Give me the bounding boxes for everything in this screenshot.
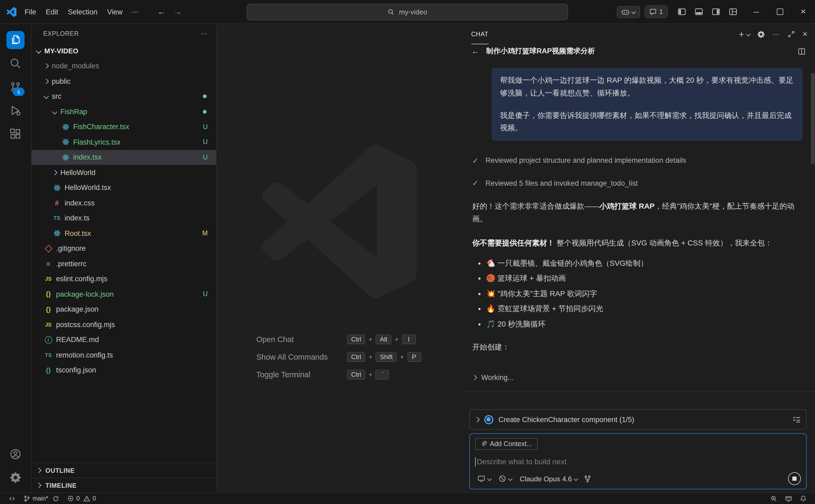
tree-item-public[interactable]: public bbox=[31, 74, 216, 89]
tree-item-gitignore[interactable]: .gitignore bbox=[31, 241, 216, 256]
problems-status[interactable]: 0 0 bbox=[64, 493, 99, 504]
menu-selection[interactable]: Selection bbox=[63, 5, 102, 18]
tree-item-index-tsx-selected[interactable]: index.tsx U bbox=[31, 150, 216, 165]
bullet-item: 🏀 篮球运球 + 暴扣动画 bbox=[486, 272, 802, 285]
tree-root[interactable]: MY-VIDEO bbox=[31, 43, 216, 58]
mode-picker[interactable] bbox=[475, 474, 493, 483]
menu-view[interactable]: View bbox=[102, 5, 127, 18]
text-cursor bbox=[475, 457, 476, 466]
todo-list-header[interactable]: Create ChickenCharacter component (1/5) bbox=[469, 409, 806, 430]
screen-icon bbox=[785, 495, 792, 502]
activity-search[interactable] bbox=[4, 52, 27, 75]
account-icon[interactable] bbox=[4, 442, 27, 466]
minimize-button[interactable]: ─ bbox=[745, 0, 768, 23]
activity-extensions[interactable] bbox=[4, 122, 27, 146]
tree-item-index-css[interactable]: # index.css bbox=[31, 195, 216, 211]
tree-item-root-tsx[interactable]: Root.tsx M bbox=[31, 226, 216, 241]
maximize-panel-icon[interactable] bbox=[788, 30, 795, 38]
menu-edit[interactable]: Edit bbox=[41, 5, 63, 18]
vscode-window: File Edit Selection View ⋯ ← → my-video bbox=[0, 0, 815, 504]
agent-mode-icon bbox=[477, 475, 485, 482]
remote-icon bbox=[9, 495, 15, 502]
javascript-file-icon: JS bbox=[44, 275, 52, 283]
tree-item-fishcharacter[interactable]: FishCharacter.tsx U bbox=[31, 119, 216, 134]
remote-indicator[interactable] bbox=[5, 493, 19, 504]
chat-conversation[interactable]: 帮我做一个小鸡一边打篮球一边 RAP 的爆款视频，大概 20 秒，要求有视觉冲击… bbox=[461, 60, 815, 406]
chat-more-actions-icon[interactable]: ⋯ bbox=[773, 30, 780, 38]
close-window-button[interactable]: × bbox=[792, 0, 815, 23]
tree-item-tsconfig[interactable]: {} tsconfig.json bbox=[31, 363, 216, 378]
mcp-servers-icon[interactable] bbox=[583, 475, 591, 483]
notifications-status[interactable] bbox=[796, 493, 810, 504]
assistant-message: 你不需要提供任何素材！ 整个视频用代码生成（SVG 动画角色 + CSS 特效）… bbox=[472, 237, 802, 249]
warning-icon bbox=[84, 495, 90, 502]
nav-forward-icon[interactable]: → bbox=[173, 7, 182, 17]
activity-run-debug[interactable] bbox=[4, 99, 27, 122]
toggle-secondary-sidebar-icon[interactable] bbox=[711, 7, 720, 16]
stop-generation-button[interactable] bbox=[788, 472, 801, 485]
menu-more-icon[interactable]: ⋯ bbox=[127, 8, 143, 16]
tree-item-flashlyrics[interactable]: FlashLyrics.tsx U bbox=[31, 134, 216, 150]
activity-source-control[interactable]: 5 bbox=[4, 75, 27, 99]
toggle-primary-sidebar-icon[interactable] bbox=[677, 7, 686, 16]
react-file-icon bbox=[53, 229, 61, 237]
tree-item-node-modules[interactable]: node_modules bbox=[31, 58, 216, 74]
tree-item-prettierrc[interactable]: ≡ .prettierrc bbox=[31, 256, 216, 271]
model-picker[interactable]: Claude Opus 4.6 bbox=[518, 474, 580, 484]
tree-item-helloworld-tsx[interactable]: HelloWorld.tsx bbox=[31, 180, 216, 195]
chat-input-box[interactable]: Add Context... Describe what to build ne… bbox=[469, 433, 806, 489]
nav-back-icon[interactable]: ← bbox=[157, 7, 166, 17]
sync-changes-icon bbox=[53, 495, 60, 502]
tree-item-readme[interactable]: i README.md bbox=[31, 332, 216, 347]
new-chat-button[interactable]: + bbox=[739, 30, 750, 39]
shortcut-label: Open Chat bbox=[256, 335, 328, 344]
settings-gear-icon[interactable] bbox=[4, 466, 27, 489]
tree-item-index-ts[interactable]: TS index.ts bbox=[31, 211, 216, 226]
tree-item-fishrap[interactable]: FishRap bbox=[31, 104, 216, 119]
close-panel-icon[interactable]: × bbox=[802, 30, 808, 38]
branch-icon bbox=[23, 495, 30, 502]
agent-step[interactable]: ✓ Reviewed project structure and planned… bbox=[472, 155, 802, 167]
timeline-section[interactable]: TIMELINE bbox=[31, 478, 216, 493]
tools-picker[interactable] bbox=[497, 474, 514, 483]
tree-item-helloworld-folder[interactable]: HelloWorld bbox=[31, 165, 216, 180]
tree-item-src[interactable]: src bbox=[31, 89, 216, 104]
menu-file[interactable]: File bbox=[20, 5, 41, 18]
chat-panel-tab[interactable]: CHAT bbox=[471, 24, 489, 44]
pr-badge[interactable]: 1 bbox=[644, 5, 668, 18]
react-file-icon bbox=[53, 184, 61, 192]
error-icon bbox=[68, 495, 74, 502]
tree-item-package-json[interactable]: {} package.json bbox=[31, 302, 216, 317]
zoom-status[interactable] bbox=[767, 493, 780, 504]
chevron-down-icon bbox=[43, 94, 49, 99]
chat-text-input[interactable]: Describe what to build next bbox=[475, 456, 801, 467]
chat-back-button[interactable]: ← bbox=[471, 46, 480, 56]
agent-step[interactable]: ✓ Reviewed 5 files and invoked manage_to… bbox=[472, 177, 802, 190]
command-center-search[interactable]: my-video bbox=[247, 4, 568, 20]
add-context-button[interactable]: Add Context... bbox=[475, 438, 537, 450]
search-icon bbox=[10, 58, 21, 69]
changes-dot-indicator bbox=[203, 95, 207, 98]
tree-item-eslint-config[interactable]: JS eslint.config.mjs bbox=[31, 271, 216, 287]
tree-item-remotion-config[interactable]: TS remotion.config.ts bbox=[31, 347, 216, 363]
git-branch-status[interactable]: main* bbox=[20, 493, 63, 504]
tree-item-postcss-config[interactable]: JS postcss.config.mjs bbox=[31, 317, 216, 332]
chevron-down-icon bbox=[487, 477, 492, 481]
shortcut-label: Toggle Terminal bbox=[256, 370, 328, 379]
checklist-icon[interactable] bbox=[792, 415, 801, 424]
activity-explorer[interactable] bbox=[4, 28, 27, 52]
maximize-button[interactable] bbox=[768, 0, 792, 23]
tree-item-package-lock[interactable]: {} package-lock.json U bbox=[31, 287, 216, 302]
changes-dot-indicator bbox=[203, 110, 207, 114]
chat-scrollbar[interactable] bbox=[811, 73, 814, 164]
explorer-more-actions-icon[interactable]: ⋯ bbox=[201, 30, 208, 37]
customize-layout-icon[interactable] bbox=[729, 7, 737, 16]
toggle-panel-icon[interactable] bbox=[694, 7, 703, 16]
chat-settings-gear-icon[interactable] bbox=[757, 30, 765, 38]
copilot-menu[interactable] bbox=[617, 6, 640, 18]
screencast-status[interactable] bbox=[781, 493, 795, 504]
working-status[interactable]: Working... bbox=[472, 372, 802, 384]
vscode-logo-icon bbox=[6, 7, 17, 17]
open-in-editor-icon[interactable] bbox=[797, 47, 805, 55]
outline-section[interactable]: OUTLINE bbox=[31, 463, 216, 478]
